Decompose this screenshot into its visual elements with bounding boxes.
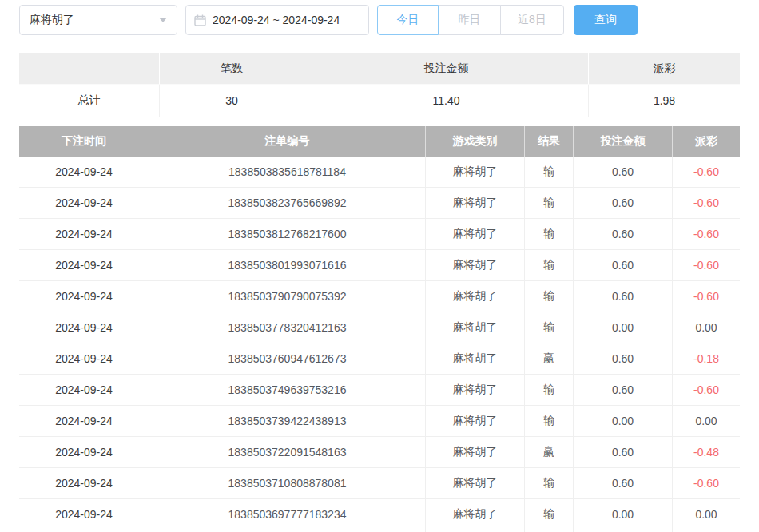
date-range-input[interactable]: 2024-09-24 ~ 2024-09-24 (185, 5, 369, 35)
bet-amount-cell: 0.60 (574, 157, 673, 187)
order-id-cell: 1838503739422438913 (149, 406, 426, 436)
result-cell: 输 (525, 312, 574, 343)
payout-cell: -0.60 (673, 157, 740, 187)
order-id-cell: 1838503749639753216 (149, 375, 426, 405)
summary-total-bet-amount: 11.40 (304, 85, 589, 117)
result-cell: 输 (525, 157, 574, 187)
bet-time-cell: 2024-09-24 (19, 312, 149, 343)
bets-table-body: 2024-09-24 1838503835618781184 麻将胡了 输 0.… (19, 157, 740, 532)
table-row: 2024-09-24 1838503835618781184 麻将胡了 输 0.… (19, 157, 740, 188)
bet-amount-cell: 0.60 (574, 375, 673, 405)
summary-header-empty (19, 53, 160, 84)
bet-amount-cell: 0.00 (574, 499, 673, 530)
summary-total-row: 总计 30 11.40 1.98 (19, 84, 740, 117)
today-button[interactable]: 今日 (377, 5, 439, 35)
bet-time-cell: 2024-09-24 (19, 157, 149, 187)
betting-records-page: 麻将胡了 2024-09-24 ~ 2024-09-24 今日 昨日 近8日 查… (0, 0, 759, 532)
table-row: 2024-09-24 1838503710808878081 麻将胡了 输 0.… (19, 468, 740, 499)
game-type-cell: 麻将胡了 (426, 406, 525, 436)
bet-time-cell: 2024-09-24 (19, 406, 149, 436)
bet-time-cell: 2024-09-24 (19, 499, 149, 530)
bets-header-order-id: 注单编号 (149, 126, 426, 157)
bet-time-cell: 2024-09-24 (19, 375, 149, 405)
bet-amount-cell: 0.60 (574, 219, 673, 249)
order-id-cell: 1838503710808878081 (149, 468, 426, 498)
result-cell: 输 (525, 499, 574, 530)
bets-header-result: 结果 (525, 126, 574, 157)
game-type-cell: 麻将胡了 (426, 499, 525, 530)
result-cell: 输 (525, 250, 574, 280)
bets-header-game-type: 游戏类别 (426, 126, 525, 157)
summary-total-payout: 1.98 (589, 85, 740, 117)
game-type-cell: 麻将胡了 (426, 375, 525, 405)
bet-time-cell: 2024-09-24 (19, 468, 149, 498)
table-row: 2024-09-24 1838503760947612673 麻将胡了 赢 0.… (19, 343, 740, 375)
last-8-days-button[interactable]: 近8日 (500, 5, 564, 35)
chevron-down-icon (159, 18, 167, 22)
bets-header-time: 下注时间 (19, 126, 149, 157)
game-type-cell: 麻将胡了 (426, 157, 525, 187)
table-row: 2024-09-24 1838503790790075392 麻将胡了 输 0.… (19, 281, 740, 312)
bet-time-cell: 2024-09-24 (19, 343, 149, 374)
result-cell: 输 (525, 406, 574, 436)
result-cell: 输 (525, 468, 574, 498)
order-id-cell: 1838503801993071616 (149, 250, 426, 280)
payout-cell: -0.60 (673, 219, 740, 249)
bet-amount-cell: 0.00 (574, 406, 673, 436)
quick-date-button-group: 今日 昨日 近8日 (377, 5, 564, 35)
bets-table: 下注时间 注单编号 游戏类别 结果 投注金额 派彩 2024-09-24 183… (19, 126, 740, 532)
payout-cell: -0.48 (673, 437, 740, 467)
bet-amount-cell: 0.60 (574, 281, 673, 312)
bet-amount-cell: 0.60 (574, 468, 673, 498)
table-row: 2024-09-24 1838503812768217600 麻将胡了 输 0.… (19, 219, 740, 250)
order-id-cell: 1838503835618781184 (149, 157, 426, 187)
game-type-cell: 麻将胡了 (426, 281, 525, 312)
payout-cell: -0.60 (673, 281, 740, 312)
query-button[interactable]: 查询 (574, 5, 638, 35)
summary-header-bet-amount: 投注金额 (304, 53, 589, 84)
result-cell: 输 (525, 281, 574, 312)
yesterday-button[interactable]: 昨日 (438, 5, 501, 35)
bets-header-payout: 派彩 (673, 126, 740, 157)
order-id-cell: 1838503823765669892 (149, 188, 426, 218)
summary-total-label: 总计 (19, 85, 160, 117)
table-row: 2024-09-24 1838503697777183234 麻将胡了 输 0.… (19, 499, 740, 530)
game-type-cell: 麻将胡了 (426, 312, 525, 343)
game-select-value: 麻将胡了 (30, 13, 154, 27)
result-cell: 输 (525, 219, 574, 249)
summary-header-payout: 派彩 (589, 53, 740, 84)
summary-total-count: 30 (160, 85, 304, 117)
bet-time-cell: 2024-09-24 (19, 281, 149, 312)
table-row: 2024-09-24 1838503749639753216 麻将胡了 输 0.… (19, 375, 740, 406)
game-select[interactable]: 麻将胡了 (19, 5, 177, 35)
payout-cell: -0.60 (673, 375, 740, 405)
bet-time-cell: 2024-09-24 (19, 188, 149, 218)
order-id-cell: 1838503790790075392 (149, 281, 426, 312)
bets-header-bet-amount: 投注金额 (574, 126, 673, 157)
payout-cell: -0.18 (673, 343, 740, 374)
payout-cell: -0.60 (673, 188, 740, 218)
table-row: 2024-09-24 1838503801993071616 麻将胡了 输 0.… (19, 250, 740, 281)
table-row: 2024-09-24 1838503722091548163 麻将胡了 赢 0.… (19, 437, 740, 468)
game-type-cell: 麻将胡了 (426, 468, 525, 498)
payout-cell: 0.00 (673, 499, 740, 530)
bet-time-cell: 2024-09-24 (19, 250, 149, 280)
result-cell: 赢 (525, 343, 574, 374)
table-row: 2024-09-24 1838503778320412163 麻将胡了 输 0.… (19, 312, 740, 343)
summary-header-count: 笔数 (160, 53, 304, 84)
table-row: 2024-09-24 1838503739422438913 麻将胡了 输 0.… (19, 406, 740, 437)
summary-table: 笔数 投注金额 派彩 总计 30 11.40 1.98 (19, 53, 740, 117)
table-row: 2024-09-24 1838503823765669892 麻将胡了 输 0.… (19, 188, 740, 219)
bet-time-cell: 2024-09-24 (19, 219, 149, 249)
order-id-cell: 1838503722091548163 (149, 437, 426, 467)
bet-amount-cell: 0.60 (574, 250, 673, 280)
game-type-cell: 麻将胡了 (426, 188, 525, 218)
order-id-cell: 1838503760947612673 (149, 343, 426, 374)
bet-amount-cell: 0.60 (574, 343, 673, 374)
order-id-cell: 1838503778320412163 (149, 312, 426, 343)
calendar-icon (194, 14, 206, 26)
summary-header-row: 笔数 投注金额 派彩 (19, 53, 740, 84)
game-type-cell: 麻将胡了 (426, 250, 525, 280)
order-id-cell: 1838503812768217600 (149, 219, 426, 249)
payout-cell: 0.00 (673, 406, 740, 436)
